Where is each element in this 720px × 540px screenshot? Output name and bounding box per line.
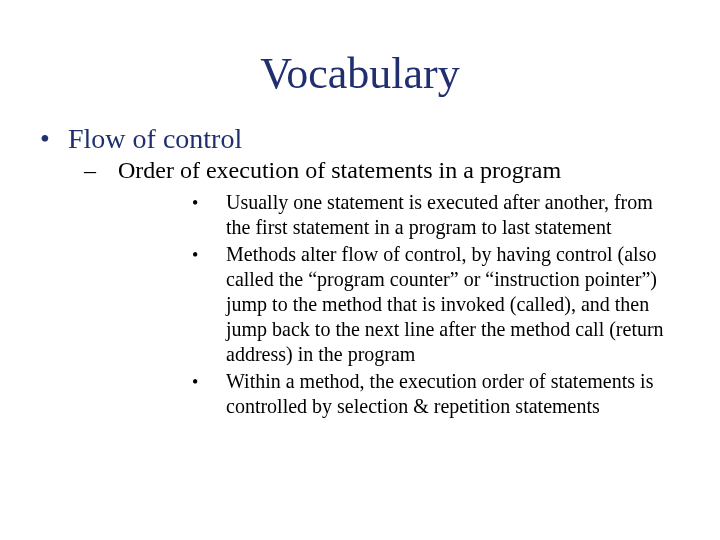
bullet-icon: • <box>40 123 68 155</box>
list-item: • Within a method, the execution order o… <box>192 369 680 419</box>
level3-text: Methods alter flow of control, by having… <box>226 242 680 367</box>
level3-text: Within a method, the execution order of … <box>226 369 680 419</box>
level2-text: Order of execution of statements in a pr… <box>118 157 561 184</box>
level2-item: – Order of execution of statements in a … <box>84 157 680 419</box>
level3-text: Usually one statement is executed after … <box>226 190 680 240</box>
bullet-icon: • <box>192 371 226 394</box>
level3-list: • Usually one statement is executed afte… <box>192 190 680 419</box>
bullet-icon: • <box>192 244 226 267</box>
list-row: • Flow of control <box>40 123 680 155</box>
slide: Vocabulary • Flow of control – Order of … <box>0 0 720 540</box>
slide-title: Vocabulary <box>40 48 680 99</box>
bullet-icon: • <box>192 192 226 215</box>
dash-icon: – <box>84 157 118 184</box>
list-item: • Methods alter flow of control, by havi… <box>192 242 680 367</box>
level1-text: Flow of control <box>68 123 242 155</box>
level1-item: • Flow of control – Order of execution o… <box>40 123 680 419</box>
list-row: – Order of execution of statements in a … <box>84 157 680 184</box>
list-item: • Usually one statement is executed afte… <box>192 190 680 240</box>
